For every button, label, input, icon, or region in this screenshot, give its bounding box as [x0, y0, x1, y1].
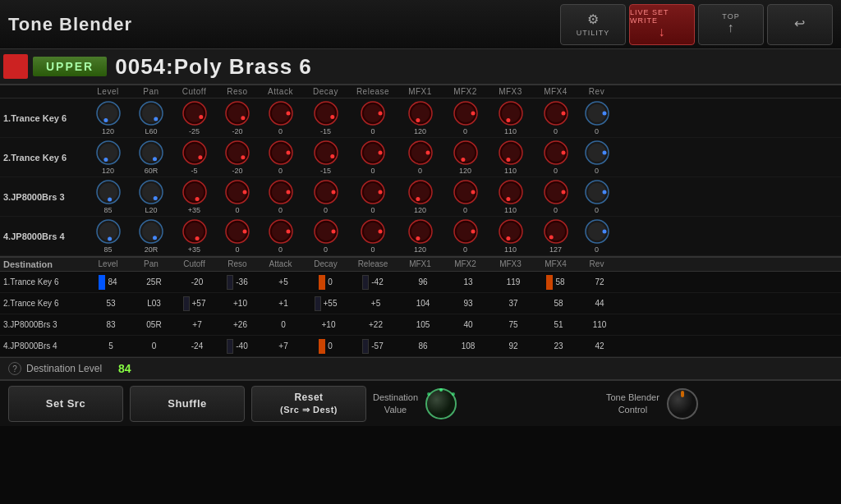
- knob-value: 0: [595, 167, 599, 175]
- knob-cell[interactable]: 0: [258, 179, 303, 214]
- knob-cell[interactable]: 0: [578, 179, 615, 214]
- svg-point-44: [198, 155, 202, 159]
- dest-value-knob[interactable]: [423, 386, 459, 422]
- knob-cell[interactable]: 85: [85, 218, 131, 254]
- header: Tone Blender ⚙ UTILITY LIVE SET WRITE ↓ …: [0, 0, 841, 49]
- top-button[interactable]: TOP ↑: [698, 4, 764, 45]
- dest-value: 104: [416, 299, 430, 308]
- knob-cell[interactable]: -20: [217, 100, 258, 135]
- dest-row: 1.Trance Key 6 84 25R -20 -36 +5 0 -42 9…: [0, 272, 841, 293]
- knob-cell[interactable]: -20: [217, 140, 258, 175]
- knob-cell[interactable]: 127: [533, 218, 578, 254]
- knob-cell[interactable]: 0: [578, 100, 615, 135]
- reset-button[interactable]: Reset(Src ⇒ Dest): [251, 386, 366, 422]
- svg-point-17: [330, 115, 334, 119]
- knob-cell[interactable]: -25: [172, 100, 217, 135]
- knob-cell[interactable]: 0: [443, 179, 488, 214]
- knob-cell[interactable]: 0: [348, 140, 398, 175]
- dest-row: 4.JP8000Brs 4 5 0 -24 -40 +7 0 -57 86 10…: [0, 336, 841, 357]
- knob-value: 0: [370, 206, 375, 214]
- knob-cell[interactable]: 0: [258, 218, 303, 254]
- knob-cell[interactable]: -5: [172, 140, 217, 175]
- dest-value: 72: [595, 277, 604, 286]
- knob-cell[interactable]: -15: [303, 140, 348, 175]
- knob-cell[interactable]: 0: [258, 100, 303, 135]
- knob-cell[interactable]: 0: [443, 100, 488, 135]
- knob-section: Level Pan Cutoff Reso Attack Decay Relea…: [0, 85, 841, 257]
- svg-point-71: [602, 151, 606, 155]
- knob-cell[interactable]: 110: [488, 100, 533, 135]
- dest-rows: 1.Trance Key 6 84 25R -20 -36 +5 0 -42 9…: [0, 272, 841, 357]
- svg-point-113: [153, 236, 157, 240]
- knob-cell[interactable]: 110: [488, 179, 533, 214]
- knob-cell[interactable]: 0: [217, 179, 258, 214]
- live-set-write-button[interactable]: LIVE SET WRITE ↓: [629, 4, 695, 45]
- svg-point-86: [286, 190, 290, 195]
- knob-cell[interactable]: L60: [131, 100, 172, 135]
- knob-cell[interactable]: 0: [578, 140, 615, 175]
- dest-value: 44: [595, 299, 604, 308]
- knob-cell[interactable]: 120: [85, 140, 131, 175]
- col-empty: [3, 87, 85, 96]
- knob-cell[interactable]: 0: [217, 218, 258, 254]
- svg-point-107: [602, 190, 606, 195]
- tone-control-knob[interactable]: [664, 386, 701, 422]
- dest-cell: 84: [85, 275, 131, 290]
- knob-cell[interactable]: +35: [172, 179, 217, 214]
- svg-point-32: [561, 112, 565, 116]
- knob-cell[interactable]: 120: [398, 100, 443, 135]
- knob-cell[interactable]: 0: [303, 218, 348, 254]
- dest-cell: 0: [303, 275, 348, 290]
- knob-cell[interactable]: +35: [172, 218, 217, 254]
- dest-value: 86: [418, 341, 427, 351]
- dest-value: 108: [462, 341, 476, 351]
- col-decay: Decay: [303, 87, 348, 96]
- knob-cell[interactable]: 0: [443, 218, 488, 254]
- dest-track-name: 1.Trance Key 6: [3, 277, 85, 286]
- dest-cell: 92: [488, 339, 533, 354]
- knob-cell[interactable]: 0: [303, 179, 348, 214]
- knob-cell[interactable]: -15: [303, 100, 348, 135]
- dest-col-mfx1: MFX1: [398, 259, 443, 269]
- dest-cell: 58: [533, 275, 578, 290]
- knob-cell[interactable]: 0: [348, 218, 398, 254]
- knob-cell[interactable]: 85: [85, 179, 131, 214]
- knob-cell[interactable]: 110: [488, 218, 533, 254]
- dest-cell: -40: [217, 339, 258, 354]
- knob-cell[interactable]: 0: [398, 140, 443, 175]
- knob-cell[interactable]: 0: [258, 140, 303, 175]
- col-mfx3: MFX3: [488, 87, 533, 96]
- knob-cell[interactable]: 0: [348, 179, 398, 214]
- knob-value: -25: [189, 127, 200, 135]
- knob-cell[interactable]: 120: [398, 179, 443, 214]
- up-arrow-icon: ↑: [728, 21, 735, 35]
- knob-cell[interactable]: 0: [578, 218, 615, 254]
- knob-cell[interactable]: 0: [533, 100, 578, 135]
- knob-cell[interactable]: 110: [488, 140, 533, 175]
- svg-point-64: [502, 144, 520, 162]
- knob-value: 0: [324, 245, 328, 254]
- knob-cell[interactable]: 0: [348, 100, 398, 135]
- svg-point-29: [506, 118, 510, 122]
- set-src-button[interactable]: Set Src: [8, 386, 123, 422]
- knob-cell[interactable]: 60R: [131, 140, 172, 175]
- svg-point-146: [452, 392, 455, 396]
- col-reso: Reso: [217, 87, 258, 96]
- tone-control-label: Tone BlenderControl: [606, 392, 659, 415]
- dest-col-pan: Pan: [131, 259, 172, 269]
- knob-cell[interactable]: 20R: [131, 218, 172, 254]
- dest-value: 93: [463, 299, 472, 308]
- knob-cell[interactable]: 0: [533, 140, 578, 175]
- knob-cell[interactable]: 120: [398, 218, 443, 254]
- knob-cell[interactable]: 0: [533, 179, 578, 214]
- svg-point-140: [549, 235, 553, 239]
- knob-cell[interactable]: 120: [85, 100, 131, 135]
- header-buttons: ⚙ UTILITY LIVE SET WRITE ↓ TOP ↑ ↩: [560, 4, 833, 45]
- knob-cell[interactable]: 120: [443, 140, 488, 175]
- utility-button[interactable]: ⚙ UTILITY: [560, 4, 626, 45]
- back-button[interactable]: ↩: [767, 4, 833, 45]
- knob-cell[interactable]: L20: [131, 179, 172, 214]
- shuffle-button[interactable]: Shuffle: [130, 386, 245, 422]
- svg-point-26: [471, 112, 475, 116]
- dest-value: 110: [593, 320, 607, 329]
